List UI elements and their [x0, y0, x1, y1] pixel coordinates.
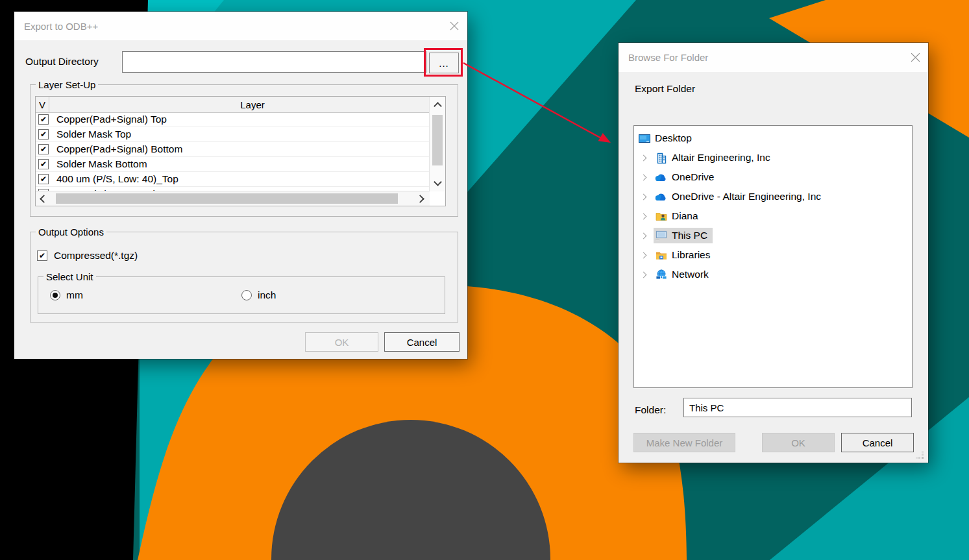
export-cancel-button[interactable]: Cancel [384, 332, 460, 352]
this-pc-icon [655, 230, 667, 241]
expander-chevron-icon[interactable] [637, 156, 654, 160]
folder-name-input[interactable] [683, 398, 912, 417]
output-directory-input[interactable] [122, 51, 426, 73]
browse-dialog-titlebar[interactable]: Browse For Folder [619, 43, 928, 72]
export-odb-dialog: Export to ODB++ Output Directory ... Lay… [14, 12, 467, 359]
column-header-layer[interactable]: Layer [49, 99, 430, 110]
compressed-checkbox[interactable] [37, 250, 47, 261]
desktop-screen: { "colors": { "annotation_red": "#e8112d… [0, 0, 969, 560]
layer-checkbox[interactable] [38, 159, 49, 169]
tree-item-content[interactable]: Network [654, 267, 714, 282]
tree-item-content[interactable]: Libraries [654, 247, 715, 263]
expander-chevron-icon[interactable] [637, 234, 654, 238]
chevron-right-icon [416, 195, 424, 203]
scroll-up-button[interactable] [430, 98, 445, 112]
cloud-icon [655, 172, 667, 183]
tree-item-altair-engineering-inc[interactable]: Altair Engineering, Inc [634, 148, 912, 167]
export-dialog-body: Output Directory ... Layer Set-Up V Laye… [14, 40, 467, 359]
tree-item-content[interactable]: OneDrive - Altair Engineering, Inc [654, 189, 826, 204]
layer-row[interactable]: Solder Mask Bottom [36, 157, 430, 172]
output-options-group-label: Output Options [36, 226, 106, 237]
vertical-scrollbar-thumb[interactable] [432, 115, 443, 165]
layer-list-header: V Layer [36, 97, 430, 113]
export-ok-button[interactable]: OK [305, 332, 378, 352]
expander-chevron-icon[interactable] [637, 253, 654, 258]
tree-item-label: Libraries [672, 249, 710, 261]
desktop-icon [638, 133, 650, 144]
libraries-icon [655, 250, 667, 261]
select-unit-group-label: Select Unit [43, 271, 96, 282]
browse-ok-button[interactable]: OK [762, 433, 835, 452]
tree-item-label: Diana [672, 210, 698, 222]
tree-item-this-pc[interactable]: This PC [634, 226, 912, 245]
unit-option-inch[interactable]: inch [241, 289, 276, 301]
tree-item-desktop[interactable]: Desktop [634, 128, 912, 148]
export-folder-heading: Export Folder [635, 83, 695, 95]
tree-item-network[interactable]: Network [634, 265, 912, 284]
tree-item-content[interactable]: This PC [654, 228, 713, 243]
vertical-scrollbar[interactable] [429, 97, 445, 191]
close-icon [449, 21, 460, 31]
unit-option-mm[interactable]: mm [50, 289, 83, 301]
expander-chevron-icon[interactable] [637, 175, 654, 180]
tree-item-content[interactable]: Diana [654, 208, 704, 224]
tree-item-label: This PC [672, 230, 707, 241]
horizontal-scrollbar-thumb[interactable] [56, 193, 398, 204]
browse-dialog-body: Export Folder Desktop Altair Engineering… [619, 72, 928, 463]
folder-tree[interactable]: Desktop Altair Engineering, Inc OneDrive… [633, 125, 913, 388]
mm-radio[interactable] [50, 290, 60, 300]
scroll-right-button[interactable] [414, 191, 428, 206]
layer-row[interactable]: 400 um (P/S, Low: 40)_Top [36, 172, 430, 187]
tree-item-content[interactable]: OneDrive [654, 169, 719, 185]
tree-item-label: Altair Engineering, Inc [672, 152, 770, 164]
tree-item-label: Desktop [655, 132, 692, 144]
browse-for-folder-dialog: Browse For Folder Export Folder Desktop … [619, 43, 928, 463]
cloud-icon [655, 191, 667, 202]
red-highlight-box [424, 48, 463, 77]
expander-chevron-icon[interactable] [637, 195, 654, 199]
tree-item-content[interactable]: Altair Engineering, Inc [654, 150, 776, 165]
browse-dialog-title: Browse For Folder [619, 52, 902, 63]
layer-label: Solder Mask Bottom [56, 158, 147, 170]
network-icon [655, 269, 667, 280]
output-directory-label: Output Directory [25, 56, 99, 67]
layer-list-rows: Copper(Pad+Signal) TopSolder Mask TopCop… [36, 112, 430, 191]
chevron-left-icon [40, 195, 48, 203]
expander-chevron-icon[interactable] [637, 214, 654, 219]
mm-radio-label: mm [66, 289, 83, 301]
tree-item-libraries[interactable]: Libraries [634, 245, 912, 265]
export-dialog-title: Export to ODB++ [14, 21, 441, 32]
layer-row[interactable]: Copper(Pad+Signal) Top [36, 112, 430, 127]
scroll-left-button[interactable] [36, 191, 50, 206]
tree-item-content[interactable]: Desktop [637, 130, 697, 146]
browse-dialog-close-button[interactable] [902, 43, 928, 72]
layer-checkbox[interactable] [38, 129, 49, 140]
inch-radio-label: inch [258, 289, 276, 301]
layer-checkbox[interactable] [38, 144, 49, 154]
tree-item-onedrive-altair-engineering-inc[interactable]: OneDrive - Altair Engineering, Inc [634, 187, 912, 206]
expander-chevron-icon[interactable] [637, 273, 654, 277]
tree-item-onedrive[interactable]: OneDrive [634, 167, 912, 187]
browse-cancel-button[interactable]: Cancel [841, 433, 914, 452]
inch-radio[interactable] [241, 290, 252, 300]
chevron-down-icon [434, 178, 442, 186]
building-icon [655, 152, 667, 164]
chevron-up-icon [434, 102, 442, 110]
layer-checkbox[interactable] [38, 114, 49, 125]
horizontal-scrollbar[interactable] [36, 191, 430, 206]
scroll-down-button[interactable] [430, 176, 445, 190]
layer-checkbox[interactable] [38, 174, 49, 184]
column-header-v[interactable]: V [36, 97, 49, 112]
tree-item-diana[interactable]: Diana [634, 206, 912, 226]
make-new-folder-button[interactable]: Make New Folder [633, 433, 735, 452]
compressed-option[interactable]: Compressed(*.tgz) [37, 250, 138, 262]
export-dialog-titlebar[interactable]: Export to ODB++ [14, 12, 467, 40]
select-unit-group: Select Unit mm inch [38, 276, 445, 314]
user-folder-icon [655, 211, 667, 222]
layer-row[interactable]: Solder Mask Top [36, 127, 430, 142]
resize-grip-icon[interactable] [916, 451, 924, 459]
layer-row[interactable]: Copper(Pad+Signal) Bottom [36, 142, 430, 157]
compressed-label: Compressed(*.tgz) [54, 250, 138, 262]
layer-label: Solder Mask Top [56, 128, 131, 140]
export-dialog-close-button[interactable] [441, 12, 467, 40]
